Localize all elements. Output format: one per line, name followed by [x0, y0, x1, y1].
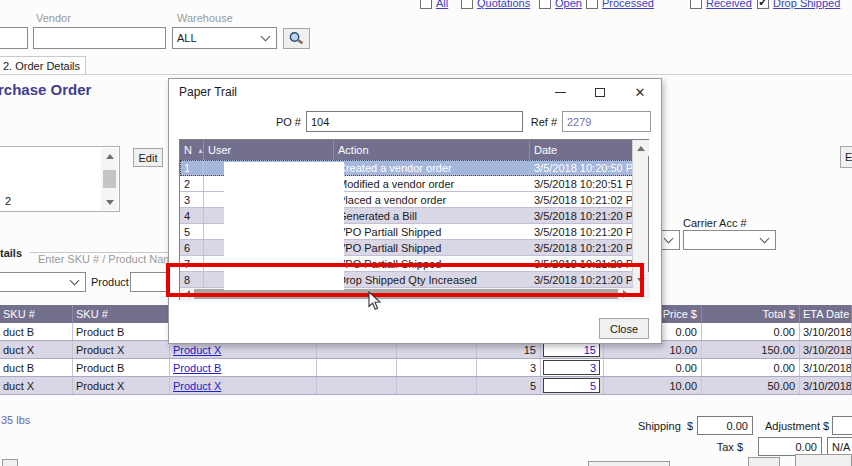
qty-input-cell[interactable]: 3 [543, 360, 600, 375]
scroll-up-button[interactable] [633, 140, 649, 156]
filter-all[interactable]: All [420, 0, 448, 12]
col-sku2-header[interactable]: SKU # [73, 305, 170, 323]
edit-button-label: Edit [139, 152, 158, 164]
paper-trail-header: N▲ User Action Date [180, 140, 648, 160]
ref-number-value: 2279 [567, 116, 591, 128]
tax-label: Tax $ [700, 441, 743, 453]
shipping-input[interactable]: 0.00 [697, 416, 753, 435]
bottom-partial-button[interactable] [795, 454, 852, 466]
ref-number-input[interactable]: 2279 [562, 111, 651, 132]
quotations-label[interactable]: Quotations [477, 0, 530, 9]
highlight-rectangle [166, 263, 644, 297]
received-label[interactable]: Received [706, 0, 752, 9]
qty-input-cell[interactable]: 15 [543, 342, 600, 357]
edge-edit-button-label: E [845, 151, 852, 163]
filter-open[interactable]: Open [539, 0, 582, 12]
bottom-partial-button[interactable] [588, 461, 670, 466]
all-checkbox[interactable] [420, 0, 432, 9]
shipping-label: Shipping $ [600, 420, 693, 432]
tab-strip-divider [0, 74, 852, 75]
warehouse-value: ALL [173, 32, 262, 44]
scroll-down-button[interactable] [101, 194, 118, 210]
minimize-button[interactable] [545, 80, 575, 104]
vendor-label: Vendor [36, 12, 71, 24]
filter-processed[interactable]: Processed [586, 0, 654, 12]
details-hint: Enter SKU # / Product Name, qty a [38, 253, 168, 265]
details-section-label: tails [0, 247, 22, 259]
search-icon [288, 31, 305, 46]
maximize-icon [595, 88, 605, 97]
product-link[interactable]: Product X [173, 344, 221, 356]
filter-quotations[interactable]: Quotations [461, 0, 530, 12]
item-row[interactable]: duct B Product B Product B 3 3 0.00 0.00… [0, 359, 852, 377]
drop-shipped-checkbox[interactable] [757, 0, 769, 9]
bottom-partial-button[interactable] [2, 459, 18, 466]
minimize-icon [555, 92, 566, 93]
filter-bar: All Quotations Open Processed Received D… [0, 0, 852, 14]
carrier-acc-select[interactable] [683, 230, 776, 250]
product-link[interactable]: Product B [173, 362, 221, 374]
order-listbox[interactable]: 2 [0, 146, 120, 212]
quotations-checkbox[interactable] [461, 0, 473, 9]
tax-value: 0.00 [796, 441, 817, 453]
scroll-up-button[interactable] [101, 148, 118, 164]
tab-order-details[interactable]: 2. Order Details [0, 56, 86, 75]
warehouse-select[interactable]: ALL [172, 27, 277, 49]
weight-total: 35 lbs [1, 414, 30, 426]
col-eta-header[interactable]: ETA Date [800, 305, 852, 323]
col-n-header[interactable]: N▲ [180, 140, 204, 160]
sku-entry-select[interactable] [0, 272, 86, 292]
item-row[interactable]: duct X Product X Product X 5 5 10.00 50.… [0, 377, 852, 395]
col-total-header[interactable]: Total $ [702, 305, 800, 323]
carrier-acc-label: Carrier Acc # [683, 217, 747, 229]
filter-received[interactable]: Received [690, 0, 752, 12]
adjustment-label: Adjustment $ [765, 420, 829, 432]
received-checkbox[interactable] [690, 0, 702, 9]
processed-label[interactable]: Processed [602, 0, 654, 9]
dialog-titlebar[interactable]: Paper Trail ✕ [169, 79, 661, 105]
col-action-header[interactable]: Action [334, 140, 530, 160]
chevron-down-icon [70, 276, 80, 286]
vendor-input[interactable] [33, 27, 166, 49]
mouse-cursor [368, 291, 382, 311]
col-user-header[interactable]: User [204, 140, 334, 160]
product-link[interactable]: Product X [173, 380, 221, 392]
chevron-down-icon [261, 32, 271, 42]
open-label[interactable]: Open [555, 0, 582, 9]
close-window-button[interactable]: ✕ [625, 80, 655, 104]
bottom-partial-button[interactable] [748, 457, 780, 466]
order-listbox-scrollbar[interactable] [101, 148, 118, 210]
all-label[interactable]: All [436, 0, 448, 9]
open-checkbox[interactable] [539, 0, 551, 9]
close-button[interactable]: Close [599, 318, 649, 339]
col-date-header[interactable]: Date [530, 140, 634, 160]
warehouse-label: Warehouse [177, 12, 233, 24]
drop-shipped-label[interactable]: Drop Shipped [773, 0, 840, 9]
qty-input-cell[interactable]: 5 [543, 378, 600, 393]
po-number-label: PO # [273, 116, 301, 128]
left-partial-input[interactable] [0, 27, 28, 49]
filter-drop-shipped[interactable]: Drop Shipped [757, 0, 840, 12]
na-value: N/A [832, 441, 850, 453]
page-title: rchase Order [0, 81, 91, 98]
ref-number-label: Ref # [527, 116, 557, 128]
processed-checkbox[interactable] [586, 0, 598, 9]
product-input[interactable] [130, 272, 168, 292]
chevron-down-icon [664, 234, 674, 244]
tab-order-details-label: 2. Order Details [3, 60, 80, 72]
dialog-title: Paper Trail [169, 85, 545, 99]
maximize-button[interactable] [585, 80, 615, 104]
po-number-input[interactable]: 104 [306, 111, 523, 132]
product-label: Product [91, 276, 129, 288]
edit-button[interactable]: Edit [133, 148, 163, 167]
app-window: All Quotations Open Processed Received D… [0, 0, 852, 466]
close-button-label: Close [610, 323, 638, 335]
po-number-value: 104 [311, 116, 329, 128]
scroll-thumb[interactable] [103, 170, 116, 188]
edge-edit-button[interactable]: E [840, 146, 852, 168]
close-icon: ✕ [635, 85, 646, 100]
col-sku1-header[interactable]: SKU # [0, 305, 73, 323]
search-button[interactable] [283, 28, 310, 49]
adjustment-input[interactable] [832, 416, 852, 435]
order-listbox-value: 2 [5, 195, 11, 207]
